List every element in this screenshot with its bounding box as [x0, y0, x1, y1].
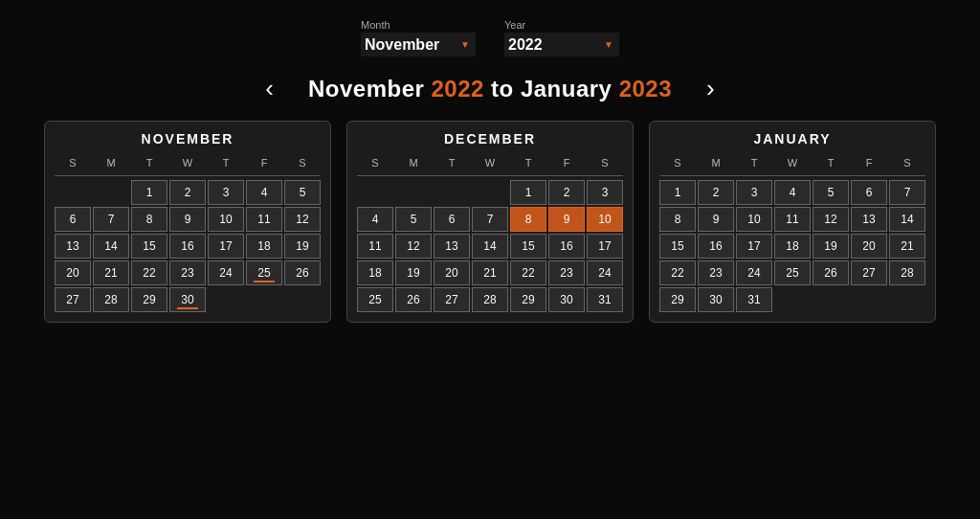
day-cell[interactable]: 14 [93, 234, 129, 259]
day-cell[interactable]: 1 [659, 180, 696, 205]
day-cell[interactable]: 17 [587, 234, 623, 259]
day-cell[interactable]: 14 [889, 207, 925, 232]
day-header: F [548, 154, 585, 171]
day-cell[interactable]: 1 [510, 180, 546, 205]
month-select[interactable]: JanuaryFebruaryMarchAprilMayJuneJulyAugu… [361, 33, 476, 56]
day-cell[interactable]: 27 [851, 260, 887, 285]
day-cell[interactable]: 31 [587, 287, 623, 312]
day-cell[interactable]: 21 [889, 234, 925, 259]
day-cell[interactable]: 17 [736, 234, 772, 259]
day-cell[interactable]: 29 [659, 287, 696, 312]
day-cell[interactable]: 17 [208, 234, 244, 259]
day-cell[interactable]: 31 [736, 287, 772, 312]
day-cell[interactable]: 6 [55, 207, 91, 232]
day-cell[interactable]: 19 [813, 234, 849, 259]
day-cell[interactable]: 18 [357, 260, 393, 285]
day-cell[interactable]: 8 [510, 207, 546, 232]
day-cell[interactable]: 2 [698, 180, 734, 205]
day-cell[interactable]: 21 [472, 260, 508, 285]
day-cell[interactable]: 25 [246, 260, 282, 285]
day-cell[interactable]: 30 [169, 287, 206, 312]
day-cell[interactable]: 9 [548, 207, 585, 232]
day-cell[interactable]: 22 [659, 260, 696, 285]
day-cell[interactable]: 24 [736, 260, 772, 285]
day-cell[interactable]: 25 [774, 260, 811, 285]
day-cell[interactable]: 23 [548, 260, 585, 285]
day-cell[interactable]: 29 [131, 287, 167, 312]
day-cell[interactable]: 9 [698, 207, 734, 232]
day-cell[interactable]: 5 [813, 180, 849, 205]
day-cell[interactable]: 3 [208, 180, 244, 205]
day-cell[interactable]: 22 [131, 260, 167, 285]
day-cell[interactable]: 4 [357, 207, 393, 232]
day-cell[interactable]: 21 [93, 260, 129, 285]
day-cell[interactable]: 26 [284, 260, 321, 285]
day-cell[interactable]: 28 [889, 260, 925, 285]
day-cell[interactable]: 4 [246, 180, 282, 205]
day-cell[interactable]: 30 [698, 287, 734, 312]
day-cell[interactable]: 5 [284, 180, 321, 205]
day-cell[interactable]: 10 [208, 207, 244, 232]
prev-arrow[interactable]: ‹ [259, 74, 279, 103]
day-cell[interactable]: 5 [395, 207, 432, 232]
day-cell[interactable]: 12 [395, 234, 432, 259]
day-cell[interactable]: 28 [93, 287, 129, 312]
day-cell[interactable]: 8 [659, 207, 696, 232]
day-cell[interactable]: 16 [698, 234, 734, 259]
day-cell[interactable]: 10 [587, 207, 623, 232]
day-cell[interactable]: 7 [472, 207, 508, 232]
day-cell[interactable]: 13 [55, 234, 91, 259]
day-cell[interactable]: 15 [510, 234, 546, 259]
day-cell [774, 287, 811, 312]
day-cell[interactable]: 11 [774, 207, 811, 232]
day-cell[interactable]: 18 [774, 234, 811, 259]
day-cell[interactable]: 20 [851, 234, 887, 259]
day-header: W [774, 154, 811, 171]
day-header: S [889, 154, 925, 171]
day-cell[interactable]: 28 [472, 287, 508, 312]
day-cell[interactable]: 8 [131, 207, 167, 232]
day-cell[interactable]: 12 [284, 207, 321, 232]
day-cell[interactable]: 24 [587, 260, 623, 285]
day-cell[interactable]: 13 [851, 207, 887, 232]
day-cell[interactable]: 19 [395, 260, 432, 285]
day-cell[interactable]: 15 [131, 234, 167, 259]
day-cell[interactable]: 12 [813, 207, 849, 232]
day-cell[interactable]: 6 [851, 180, 887, 205]
day-cell[interactable]: 3 [736, 180, 772, 205]
day-cell[interactable]: 1 [131, 180, 167, 205]
day-cell[interactable]: 2 [548, 180, 585, 205]
day-cell[interactable]: 19 [284, 234, 321, 259]
day-cell[interactable]: 18 [246, 234, 282, 259]
day-cell[interactable]: 7 [93, 207, 129, 232]
day-cell[interactable]: 10 [736, 207, 772, 232]
day-cell[interactable]: 16 [548, 234, 585, 259]
day-cell[interactable]: 30 [548, 287, 585, 312]
day-cell[interactable]: 26 [395, 287, 432, 312]
day-cell[interactable]: 7 [889, 180, 925, 205]
day-cell[interactable]: 24 [208, 260, 244, 285]
day-cell[interactable]: 11 [246, 207, 282, 232]
day-cell[interactable]: 15 [659, 234, 696, 259]
day-cell[interactable]: 29 [510, 287, 546, 312]
day-cell[interactable]: 20 [55, 260, 91, 285]
day-cell[interactable]: 3 [587, 180, 623, 205]
day-cell[interactable]: 16 [169, 234, 206, 259]
day-cell[interactable]: 27 [434, 287, 470, 312]
day-cell[interactable]: 23 [169, 260, 206, 285]
next-arrow[interactable]: › [701, 74, 721, 103]
year-select[interactable]: 20202021202220232024 [504, 33, 619, 56]
day-cell[interactable]: 27 [55, 287, 91, 312]
day-cell[interactable]: 20 [434, 260, 470, 285]
day-cell[interactable]: 11 [357, 234, 393, 259]
day-cell[interactable]: 4 [774, 180, 811, 205]
day-cell[interactable]: 6 [434, 207, 470, 232]
day-cell[interactable]: 22 [510, 260, 546, 285]
day-cell[interactable]: 23 [698, 260, 734, 285]
day-cell[interactable]: 13 [434, 234, 470, 259]
day-cell[interactable]: 2 [169, 180, 206, 205]
day-cell[interactable]: 14 [472, 234, 508, 259]
day-cell[interactable]: 9 [169, 207, 206, 232]
day-cell[interactable]: 26 [813, 260, 849, 285]
day-cell[interactable]: 25 [357, 287, 393, 312]
